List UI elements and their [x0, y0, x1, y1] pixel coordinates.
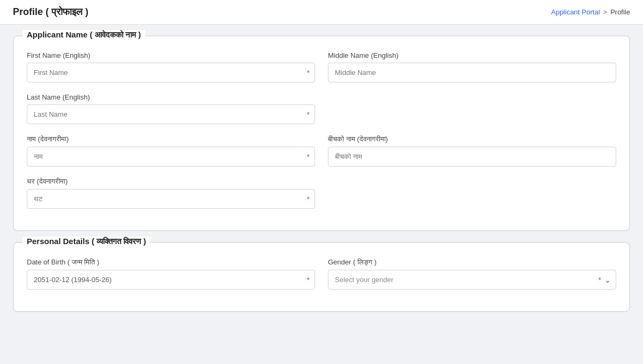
gender-group: Gender ( लिङ्ग ) Select your gender Male… — [328, 258, 616, 290]
middle-name-label: Middle Name (English) — [328, 51, 616, 59]
nepali-middle-wrapper — [328, 147, 616, 166]
nepali-middle-group: बीचको नाम (देवनागरीमा) — [328, 135, 616, 166]
first-name-group: First Name (English) * — [27, 51, 315, 82]
dob-wrapper: * — [27, 270, 315, 290]
nepali-first-group: नाम (देवनागरीमा) * — [27, 135, 315, 166]
last-name-label: Last Name (English) — [27, 93, 315, 101]
dob-input[interactable] — [27, 270, 315, 290]
last-name-input[interactable] — [27, 104, 315, 124]
first-name-label: First Name (English) — [27, 51, 315, 59]
page-title: Profile ( प्रोफाइल ) — [13, 6, 88, 18]
gender-select-wrapper: Select your gender Male Female Other * ⌄ — [328, 270, 616, 290]
gender-required: * — [599, 276, 601, 284]
last-name-wrapper: * — [27, 104, 315, 124]
personal-details-section: Personal Details ( व्यक्तिगत विवरण ) Dat… — [13, 242, 630, 312]
breadcrumb-portal-link[interactable]: Applicant Portal — [551, 8, 600, 16]
gender-label: Gender ( लिङ्ग ) — [328, 258, 616, 267]
middle-name-group: Middle Name (English) — [328, 51, 616, 82]
nepali-first-wrapper: * — [27, 147, 315, 166]
personal-details-title: Personal Details ( व्यक्तिगत विवरण ) — [23, 237, 150, 246]
nepali-first-input[interactable] — [27, 147, 315, 166]
name-row-1: First Name (English) * Middle Name (Engl… — [27, 51, 616, 82]
nepali-name-row-2: थर (देवनागरीमा) * — [27, 177, 616, 209]
breadcrumb-separator: > — [603, 8, 608, 16]
nepali-name-row-1: नाम (देवनागरीमा) * बीचको नाम (देवनागरीमा… — [27, 135, 616, 166]
first-name-wrapper: * — [27, 63, 315, 82]
middle-name-wrapper — [328, 63, 616, 82]
nepali-middle-input[interactable] — [328, 147, 616, 166]
first-name-input[interactable] — [27, 63, 315, 82]
gender-select[interactable]: Select your gender Male Female Other — [328, 270, 616, 290]
dob-group: Date of Birth ( जन्म मिति ) * — [27, 258, 315, 290]
nepali-first-label: नाम (देवनागरीमा) — [27, 135, 315, 143]
nepali-last-group: थर (देवनागरीमा) * — [27, 177, 315, 209]
breadcrumb-current: Profile — [610, 8, 630, 16]
middle-name-input[interactable] — [328, 63, 616, 82]
applicant-name-section: Applicant Name ( आवेदकको नाम ) First Nam… — [13, 35, 630, 231]
last-name-required: * — [307, 110, 310, 119]
dob-required: * — [307, 276, 310, 284]
page-header: Profile ( प्रोफाइल ) Applicant Portal > … — [0, 0, 643, 25]
personal-row-1: Date of Birth ( जन्म मिति ) * Gender ( ल… — [27, 258, 616, 290]
nepali-middle-label: बीचको नाम (देवनागरीमा) — [328, 135, 616, 143]
nepali-first-required: * — [307, 153, 310, 161]
nepali-last-required: * — [307, 195, 310, 203]
nepali-last-input[interactable] — [27, 189, 315, 209]
name-row-2: Last Name (English) * — [27, 93, 616, 124]
dob-label: Date of Birth ( जन्म मिति ) — [27, 258, 315, 267]
first-name-required: * — [307, 69, 310, 77]
applicant-name-section-title: Applicant Name ( आवेदकको नाम ) — [23, 30, 145, 40]
breadcrumb: Applicant Portal > Profile — [551, 8, 630, 16]
nepali-last-wrapper: * — [27, 189, 315, 209]
last-name-group: Last Name (English) * — [27, 93, 315, 124]
nepali-last-label: थर (देवनागरीमा) — [27, 177, 315, 186]
